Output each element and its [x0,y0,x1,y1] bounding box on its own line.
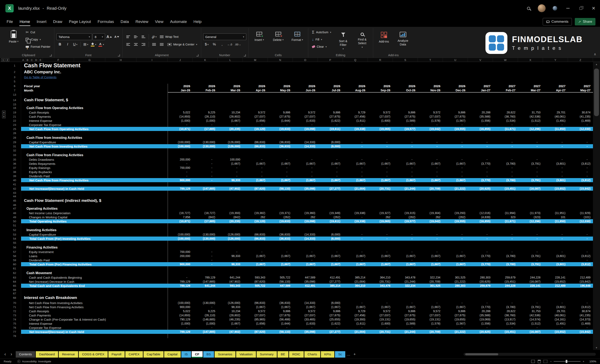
cell[interactable] [268,106,293,110]
cell[interactable]: (1,667) [268,262,293,266]
cell[interactable]: 9,886 [318,309,343,313]
cell[interactable]: 641,244 [193,284,218,288]
vertical-scroll-track[interactable] [593,66,600,346]
cell[interactable]: (27,875) [318,114,343,118]
cell[interactable]: - [568,237,593,241]
sheet-tab-contents[interactable]: Contents [16,351,35,358]
cell[interactable]: (1,469) [568,118,593,123]
cell[interactable]: (1,667) [218,162,243,166]
cell[interactable]: - [168,123,193,127]
collapse-ribbon-icon[interactable]: ∧ [594,52,596,56]
cell[interactable]: (38,760) [493,114,518,118]
cell[interactable]: (14,333) [293,232,318,237]
cell[interactable]: - [568,166,593,170]
cell[interactable] [218,148,243,153]
cell[interactable] [343,97,368,103]
column-header-D[interactable]: D [34,58,38,62]
row-label[interactable]: Net (Increase) Decrease In Cash [21,280,168,284]
cell[interactable] [318,195,343,198]
cell[interactable]: (14,333) [293,237,318,241]
menu-data[interactable]: Data [117,17,132,27]
row-label[interactable]: Corporate Tax Expense [21,326,168,330]
cell[interactable]: (85,965) [243,317,268,321]
cell[interactable]: (12,030) [568,219,593,223]
cell[interactable] [268,245,293,250]
cell[interactable]: (1,667) [293,305,318,309]
row-number[interactable]: 16 [8,106,21,110]
cell[interactable]: (27,456) [343,114,368,118]
cell[interactable]: 322,234 [393,284,418,288]
cell[interactable] [343,182,368,187]
cell[interactable] [168,204,193,206]
row-number[interactable]: 68 [8,295,21,301]
cell[interactable]: (21,222) [443,187,468,191]
row-number[interactable]: 59 [8,258,21,262]
cell[interactable]: - [493,258,518,262]
row-label[interactable] [21,191,168,195]
row-label[interactable]: Net Cash Flow from Operating Activities [21,127,168,131]
cell[interactable]: 412,491 [293,284,318,288]
cell[interactable] [243,198,268,204]
cell[interactable] [343,295,368,301]
cell[interactable]: (3,791) [518,178,543,182]
cell[interactable] [518,292,543,295]
cell[interactable]: 9,886 [268,110,293,114]
cell[interactable]: (1,667) [343,178,368,182]
row-label[interactable]: Total Operating Activities [21,219,168,223]
column-header-H[interactable]: H [105,58,136,62]
decrease-indent-button[interactable] [150,41,158,48]
row-number[interactable]: 78 [8,334,21,338]
cell[interactable]: (1,622) [318,118,343,123]
cell[interactable] [293,292,318,295]
cell[interactable] [468,245,493,250]
cell[interactable] [443,153,468,157]
cell[interactable]: (27,875) [268,313,293,317]
cell[interactable]: - [518,166,543,170]
cell[interactable]: (58,133) [268,187,293,191]
cell[interactable] [543,106,568,110]
cell[interactable] [243,182,268,187]
cell[interactable] [443,295,468,301]
cell[interactable]: (27,037) [368,114,393,118]
row-label[interactable]: Cash Flow from Operating Activities [21,106,168,110]
menu-insert[interactable]: Insert [33,17,50,27]
cell[interactable]: (11,994) [493,211,518,215]
cell[interactable]: (6,000) [318,140,343,144]
cell[interactable]: (28,802) [218,114,243,118]
cell[interactable]: - [418,123,443,127]
sheet-tab-roic[interactable]: ROIC [289,351,304,358]
cell[interactable] [168,195,193,198]
cell[interactable] [518,288,543,292]
row-label[interactable]: Financing Activities [21,245,168,250]
cell[interactable] [318,295,343,301]
cell[interactable]: - [343,157,368,162]
cell[interactable] [368,206,393,211]
cell[interactable]: - [218,174,243,178]
horizontal-scroll-thumb[interactable] [465,353,498,355]
italic-button[interactable]: I [64,41,71,48]
cell[interactable]: Jan-26 [168,88,193,92]
cell[interactable] [568,245,593,250]
cell[interactable] [393,153,418,157]
cell[interactable]: - [368,144,393,148]
cell[interactable] [568,92,593,97]
cell[interactable]: (20,709) [418,280,443,284]
cell[interactable] [343,204,368,206]
row-label[interactable]: Loans [21,254,168,258]
outline-expand-button[interactable]: + [2,111,6,114]
cell[interactable]: 20,288 [468,110,493,114]
cell[interactable]: - [168,162,193,166]
cell[interactable]: (27,875) [268,114,293,118]
cell[interactable]: (130,000) [193,237,218,241]
cell[interactable]: - [243,170,268,174]
cell[interactable] [418,198,443,204]
cell[interactable]: (126,000) [218,301,243,305]
column-header-L[interactable]: L [218,58,243,62]
font-name-select[interactable]: Tahoma▾ [56,34,92,40]
row-number[interactable]: 7 [8,88,21,92]
row-label[interactable]: Dividends Paid [21,174,168,178]
cell[interactable]: 9,572 [368,309,393,313]
cell[interactable]: (1,667) [243,162,268,166]
cell[interactable]: - [518,258,543,262]
insert-cells-button[interactable]: + Insert▾ [251,29,268,51]
